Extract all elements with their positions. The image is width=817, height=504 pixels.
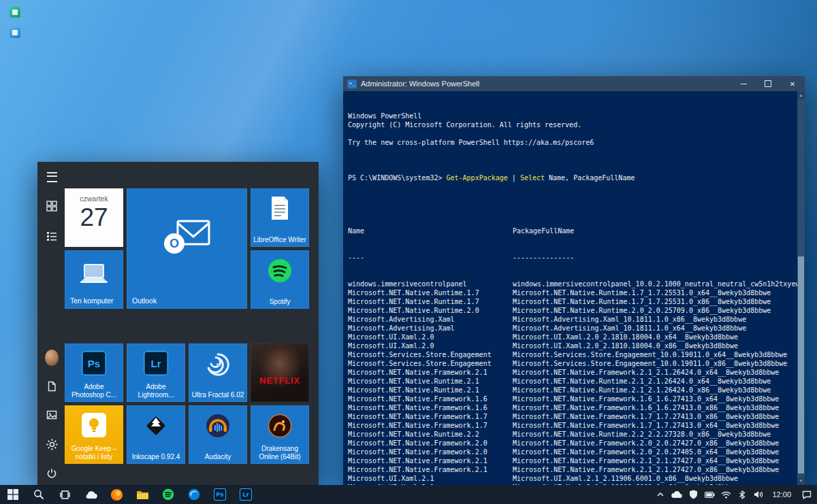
powershell-titlebar[interactable]: >_ Administrator: Windows PowerShell ✕ bbox=[343, 76, 805, 91]
drakensang-icon bbox=[267, 413, 293, 439]
tray-bluetooth[interactable] bbox=[734, 485, 750, 504]
ps-output-line: Copyright (C) Microsoft Corporation. All… bbox=[348, 120, 797, 129]
inkscape-icon bbox=[142, 411, 170, 440]
laptop-icon bbox=[78, 263, 110, 287]
libreoffice-writer-icon bbox=[270, 196, 290, 220]
taskbar-firefox[interactable] bbox=[103, 485, 129, 504]
ps-table-rule: ------------------- bbox=[348, 253, 797, 262]
tile-inkscape[interactable]: Inkscape 0.92.4 bbox=[127, 405, 185, 464]
tile-label-ultra-fractal: Ultra Fractal 6.02 bbox=[191, 391, 244, 399]
scroll-up-arrow-icon[interactable]: ▲ bbox=[797, 91, 805, 99]
photoshop-icon: Ps bbox=[82, 351, 106, 375]
tile-label-inkscape: Inkscape 0.92.4 bbox=[129, 453, 182, 461]
chevron-up-icon bbox=[656, 491, 664, 498]
tray-wifi[interactable] bbox=[718, 485, 734, 504]
ps-table-row: windows.immersivecontrolpanelwindows.imm… bbox=[348, 280, 797, 288]
console-scrollbar[interactable]: ▲ ▼ bbox=[797, 91, 805, 485]
taskbar-clock[interactable]: 12:00 bbox=[767, 490, 797, 499]
search-button[interactable] bbox=[26, 485, 52, 504]
taskbar-file-explorer[interactable] bbox=[129, 485, 155, 504]
ps-pipe: | bbox=[508, 174, 520, 182]
tile-outlook[interactable]: O Outlook bbox=[127, 188, 247, 309]
close-icon: ✕ bbox=[790, 80, 795, 88]
outlook-icon: O bbox=[163, 217, 212, 259]
ps-command: Get-AppxPackage bbox=[447, 174, 508, 182]
start-button[interactable] bbox=[0, 485, 26, 504]
tile-spotify[interactable]: Spotify bbox=[251, 250, 309, 309]
action-center-button[interactable] bbox=[797, 485, 817, 504]
powershell-app-icon: >_ bbox=[347, 80, 357, 88]
tray-onedrive[interactable] bbox=[669, 485, 685, 504]
calendar-weekday: czwartek bbox=[65, 195, 123, 203]
taskbar-spotify[interactable] bbox=[155, 485, 181, 504]
minimize-button[interactable] bbox=[731, 76, 756, 91]
tile-calendar[interactable]: czwartek 27 bbox=[65, 188, 123, 247]
lightroom-icon: Lr bbox=[144, 351, 168, 375]
tile-label-outlook: Outlook bbox=[132, 297, 244, 305]
ps-table-row: Microsoft.Services.Store.EngagementMicro… bbox=[348, 359, 797, 368]
windows-logo-icon bbox=[7, 489, 18, 500]
bluetooth-icon bbox=[739, 490, 746, 499]
battery-icon bbox=[705, 492, 715, 498]
ps-table-row: Microsoft.NET.Native.Framework.2.1Micros… bbox=[348, 368, 797, 377]
ps-table-row: Microsoft.NET.Native.Framework.2.1Micros… bbox=[348, 465, 797, 474]
onedrive-tray-icon bbox=[671, 491, 682, 499]
ps-table-row: Microsoft.NET.Native.Runtime.2.1Microsof… bbox=[348, 377, 797, 386]
audacity-icon bbox=[205, 413, 231, 439]
firefox-icon bbox=[110, 488, 123, 501]
ps-table-row: Microsoft.NET.Native.Runtime.1.7Microsof… bbox=[348, 288, 797, 297]
tile-google-keep[interactable]: Google Keep – notatki i listy bbox=[65, 405, 123, 464]
ps-table-row: Microsoft.UI.Xaml.2.0Microsoft.UI.Xaml.2… bbox=[348, 333, 797, 341]
ps-table-row: Microsoft.NET.Native.Framework.1.7Micros… bbox=[348, 412, 797, 421]
ps-output-line: Windows PowerShell bbox=[348, 112, 797, 120]
wifi-icon bbox=[721, 491, 731, 499]
powershell-console: Windows PowerShellCopyright (C) Microsof… bbox=[343, 91, 797, 485]
tray-volume[interactable] bbox=[750, 485, 767, 504]
tile-this-pc[interactable]: Ten komputer bbox=[65, 250, 123, 309]
ps-table-row: Microsoft.NET.Native.Framework.2.1Micros… bbox=[348, 456, 797, 465]
ps-cmdlet: Select bbox=[520, 174, 545, 182]
scrollbar-thumb[interactable] bbox=[798, 256, 804, 473]
edge-icon bbox=[188, 488, 200, 501]
ps-table-row: Microsoft.NET.Native.Framework.2.0Micros… bbox=[348, 439, 797, 448]
hidden-icons-button[interactable] bbox=[652, 485, 669, 504]
tile-audacity[interactable]: Audacity bbox=[189, 405, 247, 464]
ps-table-row: Microsoft.UI.Xaml.2.1Microsoft.UI.Xaml.2… bbox=[348, 474, 797, 483]
lightroom-taskbar-icon: Lr bbox=[240, 488, 252, 501]
maximize-icon bbox=[765, 80, 771, 87]
task-view-button[interactable] bbox=[52, 485, 78, 504]
onedrive-cloud-icon bbox=[84, 490, 97, 499]
tile-drakensang[interactable]: Drakensang Online (64Bit) bbox=[251, 405, 309, 464]
ps-output-line bbox=[348, 147, 797, 156]
taskbar-photoshop[interactable]: Ps bbox=[207, 485, 233, 504]
ps-prompt-line: PS C:\WINDOWS\system32> Get-AppxPackage … bbox=[348, 173, 797, 182]
tile-ultra-fractal[interactable]: Ultra Fractal 6.02 bbox=[189, 343, 247, 402]
taskbar-onedrive[interactable] bbox=[78, 485, 103, 504]
spotify-taskbar-icon bbox=[162, 488, 174, 501]
ps-table-row: Microsoft.NET.Native.Runtime.2.2Microsof… bbox=[348, 430, 797, 439]
desktop-shortcut-2[interactable] bbox=[10, 27, 20, 38]
ps-table-row: Microsoft.NET.Native.Runtime.2.1Microsof… bbox=[348, 386, 797, 394]
taskbar-lightroom[interactable]: Lr bbox=[233, 485, 259, 504]
tile-label-spotify: Spotify bbox=[253, 298, 306, 306]
ps-intro: Windows PowerShellCopyright (C) Microsof… bbox=[348, 112, 797, 156]
app-shortcut-1-icon bbox=[12, 10, 18, 15]
tile-lightroom[interactable]: Lr Adobe Lightroom... bbox=[127, 343, 185, 402]
calendar-day-number: 27 bbox=[65, 203, 123, 232]
action-center-icon bbox=[802, 490, 812, 499]
taskbar-edge[interactable] bbox=[181, 485, 207, 504]
scroll-down-arrow-icon[interactable]: ▼ bbox=[797, 477, 805, 485]
tray-defender[interactable] bbox=[685, 485, 701, 504]
minimize-icon bbox=[741, 84, 747, 84]
netflix-logo: NETFLIX bbox=[251, 375, 309, 386]
tile-libreoffice-writer[interactable]: LibreOffice Writer bbox=[251, 188, 309, 247]
ps-table-row: Microsoft.NET.Native.Framework.1.6Micros… bbox=[348, 403, 797, 412]
tile-netflix[interactable]: NETFLIX bbox=[251, 343, 309, 402]
tray-battery[interactable] bbox=[701, 485, 718, 504]
ps-args: Name, PackageFullName bbox=[545, 174, 635, 182]
desktop-shortcut-1[interactable] bbox=[10, 7, 20, 18]
maximize-button[interactable] bbox=[756, 76, 780, 91]
tile-photoshop[interactable]: Ps Adobe Photoshop C... bbox=[65, 343, 123, 402]
ultra-fractal-spiral-icon bbox=[204, 351, 231, 378]
close-button[interactable]: ✕ bbox=[780, 76, 805, 91]
